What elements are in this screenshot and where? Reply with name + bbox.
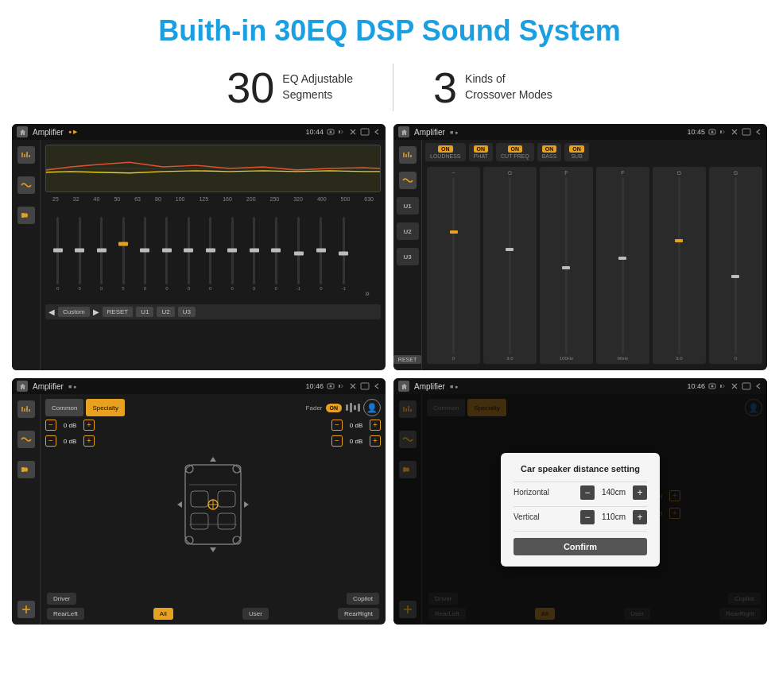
slider-14[interactable]: -1 bbox=[342, 209, 346, 298]
slider-9[interactable]: 0 bbox=[231, 209, 234, 298]
u1-btn[interactable]: U1 bbox=[136, 307, 153, 317]
screen2-content: U1 U2 U3 RESET ON LOUDNESS ON PHAT bbox=[393, 140, 767, 370]
vol-value-4: 0 dB bbox=[345, 438, 367, 445]
more-icon[interactable]: » bbox=[365, 289, 370, 298]
vol-minus-1[interactable]: − bbox=[45, 420, 56, 431]
rearleft-btn[interactable]: RearLeft bbox=[47, 608, 84, 620]
all-btn[interactable]: All bbox=[153, 608, 173, 620]
slider-13[interactable]: 0 bbox=[320, 209, 322, 298]
stats-row: 30 EQ Adjustable Segments 3 Kinds of Cro… bbox=[0, 56, 779, 124]
svg-rect-7 bbox=[21, 213, 25, 218]
slider-12[interactable]: -1 bbox=[296, 209, 300, 298]
slider-3[interactable]: 0 bbox=[100, 209, 103, 298]
slider-10[interactable]: 0 bbox=[253, 209, 255, 298]
close-icon bbox=[349, 128, 357, 136]
vol-minus-4[interactable]: − bbox=[331, 435, 343, 447]
wave-icon-3[interactable] bbox=[17, 431, 35, 448]
prev-btn[interactable]: ◀ bbox=[48, 307, 55, 316]
driver-btn[interactable]: Driver bbox=[47, 593, 76, 605]
screen1-status-bar: Amplifier ● ▶ 10:44 bbox=[12, 124, 386, 140]
slider-7[interactable]: 0 bbox=[188, 209, 190, 298]
eq-icon-2[interactable] bbox=[399, 146, 417, 164]
slider-6[interactable]: 0 bbox=[165, 209, 168, 298]
screen2-sidebar: U1 U2 U3 RESET bbox=[393, 140, 422, 370]
vertical-plus-btn[interactable]: + bbox=[633, 510, 647, 524]
dialog-horizontal-row: Horizontal − 140cm + bbox=[514, 485, 647, 500]
slider-2[interactable]: 0 bbox=[78, 209, 80, 298]
wave-icon-2[interactable] bbox=[399, 172, 417, 189]
confirm-button[interactable]: Confirm bbox=[514, 538, 647, 555]
vol-value-1: 0 dB bbox=[59, 422, 81, 429]
horizontal-plus-btn[interactable]: + bbox=[633, 485, 647, 500]
toggle-row: ON LOUDNESS ON PHAT ON CUT FREQ ON BASS bbox=[425, 143, 764, 161]
bottom-btns-3b: RearLeft All User RearRight bbox=[45, 608, 381, 620]
custom-btn[interactable]: Custom bbox=[58, 307, 90, 317]
wave-icon[interactable] bbox=[17, 176, 35, 194]
bass-toggle[interactable]: ON BASS bbox=[537, 143, 562, 161]
loudness-fader: ~ 0 bbox=[427, 167, 480, 364]
slider-1[interactable]: 0 bbox=[56, 209, 59, 298]
vol-plus-2[interactable]: + bbox=[83, 435, 95, 447]
fader-toggle[interactable]: ON bbox=[326, 404, 343, 412]
u3-btn[interactable]: U3 bbox=[178, 307, 196, 317]
vol-plus-1[interactable]: + bbox=[83, 420, 95, 431]
dialog-box: Car speaker distance setting Horizontal … bbox=[501, 453, 660, 567]
vol-minus-2[interactable]: − bbox=[45, 435, 56, 447]
vertical-minus-btn[interactable]: − bbox=[580, 510, 595, 524]
screen2-main: ON LOUDNESS ON PHAT ON CUT FREQ ON BASS bbox=[422, 140, 767, 370]
back-icon-3 bbox=[373, 382, 381, 390]
sub-toggle[interactable]: ON SUB bbox=[564, 143, 589, 161]
reset-btn[interactable]: RESET bbox=[103, 307, 134, 317]
u3-preset[interactable]: U3 bbox=[397, 248, 419, 265]
slider-11[interactable]: 0 bbox=[274, 209, 277, 298]
u2-preset[interactable]: U2 bbox=[397, 222, 419, 240]
reset-btn-2[interactable]: RESET bbox=[393, 355, 421, 364]
slider-5[interactable]: 0 bbox=[144, 209, 146, 298]
vol-row-4: − 0 dB + bbox=[331, 435, 381, 447]
svg-rect-46 bbox=[742, 383, 750, 389]
slider-8[interactable]: 0 bbox=[209, 209, 211, 298]
eq-icon[interactable] bbox=[17, 146, 35, 164]
loudness-toggle[interactable]: ON LOUDNESS bbox=[425, 143, 466, 161]
cutfreq-fader: F 100Hz bbox=[540, 167, 593, 364]
stat-crossover-text: Kinds of Crossover Modes bbox=[465, 72, 552, 102]
screen3-card: Amplifier ■ ● 10:46 bbox=[12, 378, 386, 625]
user-btn[interactable]: User bbox=[242, 608, 269, 620]
next-btn[interactable]: ▶ bbox=[93, 307, 99, 316]
svg-rect-28 bbox=[354, 405, 356, 410]
arrows-icon[interactable] bbox=[17, 601, 35, 618]
person-icon[interactable]: 👤 bbox=[363, 399, 381, 416]
phat-fader: G 3.0 bbox=[483, 167, 537, 364]
dialog-overlay: Car speaker distance setting Horizontal … bbox=[393, 394, 767, 625]
tab-common-3[interactable]: Common bbox=[45, 399, 83, 416]
u2-btn[interactable]: U2 bbox=[157, 307, 174, 317]
dialog-divider-1 bbox=[514, 481, 647, 482]
u1-preset[interactable]: U1 bbox=[397, 197, 419, 215]
copilot-btn[interactable]: Copilot bbox=[347, 593, 379, 605]
eq-icon-3[interactable] bbox=[17, 400, 35, 418]
svg-rect-13 bbox=[742, 129, 750, 135]
vol-minus-3[interactable]: − bbox=[331, 420, 343, 431]
rearright-btn[interactable]: RearRight bbox=[338, 608, 379, 620]
speaker-icon-3[interactable] bbox=[17, 461, 35, 478]
close-icon-3 bbox=[349, 382, 357, 390]
home-icon-3 bbox=[17, 381, 28, 392]
screen3-time: 10:46 bbox=[305, 382, 324, 390]
phat-toggle[interactable]: ON PHAT bbox=[469, 143, 494, 161]
camera-icon-2 bbox=[708, 128, 716, 136]
horizontal-minus-btn[interactable]: − bbox=[580, 485, 595, 500]
camera-icon-4 bbox=[708, 382, 716, 390]
vol-plus-3[interactable]: + bbox=[370, 420, 381, 431]
screen3-sidebar bbox=[12, 394, 41, 625]
screen1-sidebar bbox=[12, 140, 41, 370]
screen3-main: Common Specialty Fader ON 👤 − bbox=[41, 394, 386, 625]
vol-plus-4[interactable]: + bbox=[370, 435, 381, 447]
tab-specialty-3[interactable]: Specialty bbox=[86, 399, 124, 416]
camera-icon bbox=[327, 128, 335, 136]
cutfreq-toggle[interactable]: ON CUT FREQ bbox=[496, 143, 534, 161]
speaker-icon[interactable] bbox=[17, 207, 35, 224]
screen2-card: Amplifier ■ ● 10:45 U1 U2 bbox=[393, 124, 767, 370]
svg-rect-29 bbox=[358, 404, 360, 412]
slider-4[interactable]: 5 bbox=[122, 209, 124, 298]
bass-fader-f: F 90Hz bbox=[596, 167, 649, 364]
